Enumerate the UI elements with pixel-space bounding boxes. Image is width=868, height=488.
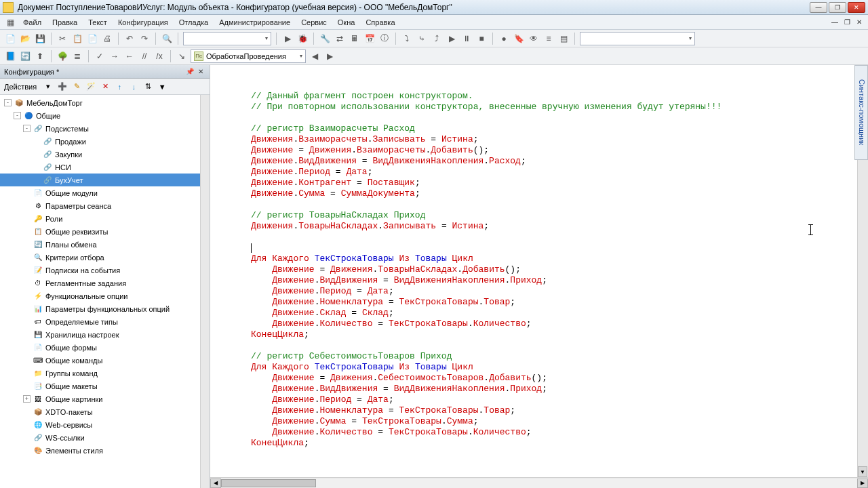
next-proc-icon[interactable]: ▶ <box>323 50 336 62</box>
tree-node[interactable]: 🎨Элементы стиля <box>0 444 210 457</box>
run-icon[interactable]: ▶ <box>281 33 294 45</box>
tree-node[interactable]: 🏷Определяемые типы <box>0 315 210 328</box>
tree-node[interactable]: 📄Общие модули <box>0 186 210 199</box>
save-icon[interactable]: 💾 <box>34 33 46 45</box>
continue-icon[interactable]: ▶ <box>446 33 458 45</box>
step-into-icon[interactable]: ⤷ <box>416 33 428 45</box>
code-editor[interactable]: // Данный фрагмент построен конструкторо… <box>210 65 868 477</box>
tree-node[interactable]: 📁Группы команд <box>0 367 210 380</box>
expand-icon[interactable] <box>23 215 31 222</box>
find-icon[interactable]: 🔍 <box>161 33 173 45</box>
expand-icon[interactable] <box>23 408 31 415</box>
expand-icon[interactable] <box>23 357 31 364</box>
expand-icon[interactable] <box>23 318 31 325</box>
code-line[interactable]: Для Каждого ТекСтрокаТовары Из Товары Ци… <box>251 253 868 264</box>
close-button[interactable]: ✕ <box>848 2 865 13</box>
actions-label[interactable]: Действия <box>4 83 37 91</box>
list-icon[interactable]: ≣ <box>71 50 83 62</box>
code-line[interactable]: Для Каждого ТекСтрокаТовары Из Товары Ци… <box>251 362 868 373</box>
cut-icon[interactable]: ✂ <box>56 33 68 45</box>
sort-icon[interactable]: ⇅ <box>142 81 153 92</box>
indent-icon[interactable]: → <box>108 50 121 62</box>
pause-icon[interactable]: ⏸ <box>460 33 473 45</box>
tree-node[interactable]: 🔗Продажи <box>0 135 210 148</box>
code-line[interactable]: Движения.ТоварыНаСкладах.Записывать = Ис… <box>251 221 868 232</box>
menu-сервис[interactable]: Сервис <box>296 17 332 28</box>
breakpoint-icon[interactable]: ● <box>498 33 510 45</box>
tree-node[interactable]: 🔗БухУчет <box>0 174 210 186</box>
minimize-button[interactable]: — <box>810 2 827 13</box>
code-line[interactable]: КонецЦикла; <box>251 438 868 449</box>
stack-icon[interactable]: ≡ <box>542 33 555 45</box>
code-line[interactable]: // Данный фрагмент построен конструкторо… <box>251 91 868 102</box>
menu-конфигурация[interactable]: Конфигурация <box>113 17 174 28</box>
tree-node[interactable]: ⏱Регламентные задания <box>0 277 210 289</box>
debug-icon[interactable]: 🐞 <box>296 33 309 45</box>
stop-icon[interactable]: ■ <box>475 33 488 45</box>
code-line[interactable]: Движение.Сумма = ТекСтрокаТовары.Сумма; <box>251 416 868 427</box>
tree-node[interactable]: -📦МебельДомТорг <box>0 96 210 109</box>
tree-node[interactable]: -🔵Общие <box>0 109 210 122</box>
filter-icon[interactable]: ▼ <box>157 81 167 92</box>
tree-node[interactable]: 📋Общие реквизиты <box>0 225 210 238</box>
code-line[interactable] <box>251 232 868 243</box>
tool-icon[interactable]: 🔧 <box>319 33 331 45</box>
expand-icon[interactable] <box>33 163 40 171</box>
expand-icon[interactable] <box>23 279 31 287</box>
code-line[interactable]: // регистр Взаиморасчеты Расход <box>251 123 868 134</box>
panel-close-icon[interactable]: ✕ <box>196 68 205 75</box>
code-line[interactable] <box>251 199 868 210</box>
step-over-icon[interactable]: ⤵ <box>401 33 413 45</box>
expand-icon[interactable] <box>23 344 31 351</box>
tree-node[interactable]: ⚡Функциональные опции <box>0 289 210 302</box>
expand-icon[interactable] <box>23 241 31 248</box>
code-line[interactable]: Движение.Склад = Склад; <box>251 308 868 319</box>
menu-окна[interactable]: Окна <box>332 17 361 28</box>
expand-icon[interactable] <box>33 150 40 158</box>
debug-target-combo[interactable]: ▾ <box>580 32 695 45</box>
expand-icon[interactable] <box>23 305 31 312</box>
code-line[interactable]: Движение.Номенклатура = ТекСтрокаТовары.… <box>251 297 868 308</box>
expand-icon[interactable] <box>23 189 31 197</box>
expand-icon[interactable] <box>23 292 31 300</box>
goto-icon[interactable]: ↘ <box>176 50 188 62</box>
undo-icon[interactable]: ↶ <box>123 33 136 45</box>
procedure-combo[interactable]: Пс ОбработкаПроведения ▾ <box>191 49 306 63</box>
code-line[interactable]: Движение.Период = Дата; <box>251 167 868 178</box>
code-line[interactable]: КонецЦикла; <box>251 329 868 340</box>
menu-администрирование[interactable]: Администрирование <box>214 17 296 28</box>
expand-icon[interactable] <box>33 138 40 145</box>
move-up-icon[interactable]: ↑ <box>114 81 125 92</box>
redo-icon[interactable]: ↷ <box>138 33 151 45</box>
delete-icon[interactable]: ✕ <box>100 81 111 92</box>
info-icon[interactable]: ⓘ <box>378 33 391 45</box>
tree-node[interactable]: 💾Хранилища настроек <box>0 328 210 341</box>
new-icon[interactable]: 📄 <box>4 33 16 45</box>
code-line[interactable]: // регистр ТоварыНаСкладах Приход <box>251 210 868 221</box>
move-down-icon[interactable]: ↓ <box>128 81 139 92</box>
print-icon[interactable]: 🖨 <box>101 33 113 45</box>
paste-icon[interactable]: 📄 <box>86 33 98 45</box>
expand-icon[interactable] <box>23 331 31 338</box>
syntax-helper-tab[interactable]: Синтакс-помощник <box>854 65 868 160</box>
tree-node[interactable]: 🔗НСИ <box>0 161 210 174</box>
expand-icon[interactable]: - <box>23 125 31 132</box>
tree-scrollbar[interactable] <box>200 95 210 488</box>
code-line[interactable]: Движение.Количество = ТекСтрокаТовары.Ко… <box>251 427 868 438</box>
expand-icon[interactable] <box>23 266 31 274</box>
code-line[interactable] <box>251 340 868 351</box>
expand-icon[interactable] <box>33 176 40 184</box>
tree-node[interactable]: ⚙Параметры сеанса <box>0 199 210 212</box>
code-line[interactable]: Движение.Контрагент = Поставщик; <box>251 178 868 188</box>
code-line[interactable]: Движения.Взаиморасчеты.Записывать = Исти… <box>251 134 868 145</box>
bookmark-icon[interactable]: 🔖 <box>513 33 525 45</box>
watch-icon[interactable]: 👁 <box>528 33 540 45</box>
copy-icon[interactable]: 📋 <box>71 33 83 45</box>
expand-icon[interactable]: - <box>4 99 12 106</box>
edit-icon[interactable]: ✎ <box>71 81 82 92</box>
expand-icon[interactable] <box>23 421 31 428</box>
tree-node[interactable]: 🔗WS-ссылки <box>0 431 210 444</box>
tree-node[interactable]: 📊Параметры функциональных опций <box>0 302 210 315</box>
outdent-icon[interactable]: ← <box>123 50 136 62</box>
config-tree[interactable]: -📦МебельДомТорг-🔵Общие-🔗Подсистемы 🔗Прод… <box>0 95 210 488</box>
